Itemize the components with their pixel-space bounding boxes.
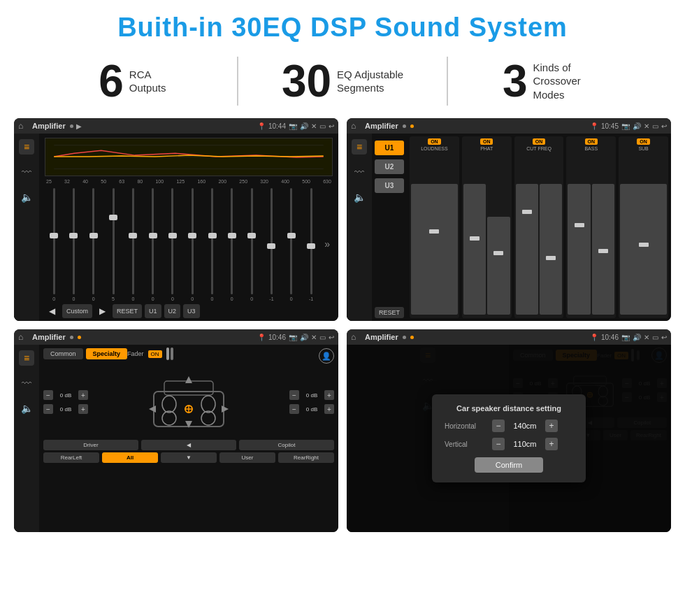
stat-crossover-label: Kinds ofCrossover Modes (533, 61, 603, 102)
vol-rr-value: 0 dB (302, 406, 322, 413)
equalizer-icon-3[interactable]: ≡ (19, 350, 34, 366)
car-graphic (92, 367, 285, 437)
eq-slider-14[interactable]: -1 (302, 187, 320, 301)
eq-slider-1[interactable]: 0 (45, 187, 63, 301)
status-bar-2: ⌂ Amplifier 📍 10:45 📷 🔊 ✕ ▭ ↩ (347, 118, 671, 134)
eq-slider-3[interactable]: 0 (85, 187, 103, 301)
vertical-plus-btn[interactable]: + (545, 438, 558, 450)
screen3-body: ≡ 〰 🔈 Common Specialty Fader ON (14, 345, 338, 532)
u1-channel-btn[interactable]: U1 (375, 141, 404, 155)
horizontal-plus-btn[interactable]: + (545, 420, 558, 432)
u3-button-1[interactable]: U3 (183, 304, 200, 318)
phat-channel: ON PHAT (462, 136, 512, 318)
nav-down-btn[interactable]: ▼ (161, 452, 217, 463)
speaker-icon[interactable]: 🔈 (19, 189, 34, 205)
vertical-row: Vertical − 110cm + (445, 438, 573, 450)
eq-slider-8[interactable]: 0 (183, 187, 201, 301)
bass-on[interactable]: ON (585, 138, 598, 145)
eq-slider-2[interactable]: 0 (64, 187, 82, 301)
back-icon-4: ↩ (661, 334, 667, 341)
vol-fl-minus[interactable]: − (43, 390, 53, 400)
eq-slider-9[interactable]: 0 (203, 187, 221, 301)
minimize-icon-2: ▭ (652, 122, 658, 130)
custom-preset-button[interactable]: Custom (62, 304, 92, 318)
home-icon-4[interactable]: ⌂ (351, 332, 361, 342)
reset-button-1[interactable]: RESET (113, 304, 142, 318)
chevron-right-icon[interactable]: » (322, 238, 333, 250)
eq-slider-13[interactable]: 0 (282, 187, 301, 301)
camera-icon-1: 📷 (289, 122, 297, 130)
vol-fr-minus[interactable]: − (289, 390, 299, 400)
u2-button-1[interactable]: U2 (164, 304, 181, 318)
eq-slider-12[interactable]: -1 (262, 187, 280, 301)
svg-point-6 (201, 396, 215, 413)
minimize-icon-3: ▭ (319, 334, 326, 341)
reset-button-2[interactable]: RESET (375, 307, 404, 318)
status-right-3: 📍 10:46 📷 🔊 ✕ ▭ ↩ (257, 334, 334, 341)
rearright-btn[interactable]: RearRight (278, 452, 334, 463)
rearleft-btn[interactable]: RearLeft (43, 452, 99, 463)
u3-channel-btn[interactable]: U3 (375, 178, 404, 193)
home-icon-3[interactable]: ⌂ (18, 332, 28, 342)
prev-button[interactable]: ◀ (45, 304, 59, 318)
cutfreq-label: CUT FREQ (526, 146, 551, 151)
speaker-icon-3[interactable]: 🔈 (19, 401, 34, 416)
common-tab-3[interactable]: Common (43, 348, 83, 359)
wave-icon[interactable]: 〰 (19, 164, 34, 180)
equalizer-icon[interactable]: ≡ (19, 139, 34, 155)
status-right-1: 📍 10:44 📷 🔊 ✕ ▭ ↩ (257, 122, 334, 130)
eq-sliders: 0 0 0 5 0 0 0 0 0 0 0 -1 0 -1 » (45, 187, 333, 301)
vol-row-rl: − 0 dB + (43, 404, 88, 414)
vol-rl-minus[interactable]: − (43, 404, 53, 414)
vol-rl-value: 0 dB (56, 406, 75, 413)
profile-icon-3[interactable]: 👤 (319, 348, 334, 364)
copilot-btn[interactable]: Copilot (239, 440, 334, 450)
all-btn[interactable]: All (102, 452, 158, 463)
fader-sliders (166, 348, 173, 360)
eq-controls: ◀ Custom ▶ RESET U1 U2 U3 (45, 304, 333, 318)
wave-icon-3[interactable]: 〰 (19, 375, 34, 391)
status-right-2: 📍 10:45 📷 🔊 ✕ ▭ ↩ (590, 122, 667, 130)
vol-rr-minus[interactable]: − (289, 404, 299, 414)
equalizer-icon-2[interactable]: ≡ (352, 139, 367, 155)
status-title-1: Amplifier (32, 122, 66, 130)
eq-slider-10[interactable]: 0 (223, 187, 241, 301)
horizontal-minus-btn[interactable]: − (492, 420, 505, 432)
next-button[interactable]: ▶ (95, 304, 110, 318)
specialty-tab-3[interactable]: Specialty (86, 348, 128, 359)
horizontal-value: 140cm (507, 422, 542, 430)
horizontal-label: Horizontal (445, 422, 486, 430)
wave-icon-2[interactable]: 〰 (352, 164, 367, 180)
vertical-minus-btn[interactable]: − (492, 438, 505, 450)
home-icon-2[interactable]: ⌂ (351, 121, 361, 131)
cutfreq-on[interactable]: ON (533, 138, 546, 145)
location-icon-1: 📍 (257, 122, 266, 130)
driver-btn[interactable]: Driver (43, 440, 138, 450)
loudness-on[interactable]: ON (428, 138, 441, 145)
confirm-button[interactable]: Confirm (475, 457, 544, 473)
u2-channel-btn[interactable]: U2 (375, 159, 404, 174)
eq-slider-11[interactable]: 0 (243, 187, 261, 301)
svg-marker-14 (149, 406, 156, 413)
sub-on[interactable]: ON (637, 138, 650, 145)
speaker-icon-2[interactable]: 🔈 (352, 189, 367, 205)
vol-fr-plus[interactable]: + (324, 390, 334, 400)
back-icon-1: ↩ (329, 122, 334, 130)
phat-on[interactable]: ON (480, 138, 493, 145)
nav-left-btn[interactable]: ◀ (141, 440, 236, 450)
vol-rr-plus[interactable]: + (324, 404, 334, 414)
distance-dialog: Car speaker distance setting Horizontal … (432, 394, 586, 482)
stat-divider-1 (237, 57, 238, 106)
eq-slider-5[interactable]: 0 (124, 187, 142, 301)
eq-freq-labels: 2532405063 80100125160200 25032040050063… (45, 179, 333, 184)
vol-rl-plus[interactable]: + (78, 404, 88, 414)
eq-slider-7[interactable]: 0 (164, 187, 182, 301)
vol-fl-plus[interactable]: + (78, 390, 88, 400)
eq-slider-6[interactable]: 0 (143, 187, 161, 301)
u1-button-1[interactable]: U1 (145, 304, 161, 318)
eq-slider-4[interactable]: 5 (104, 187, 122, 301)
status-title-2: Amplifier (365, 122, 398, 130)
home-icon-1[interactable]: ⌂ (18, 121, 28, 131)
vol-row-fl: − 0 dB + (43, 390, 88, 400)
user-btn[interactable]: User (219, 452, 275, 463)
